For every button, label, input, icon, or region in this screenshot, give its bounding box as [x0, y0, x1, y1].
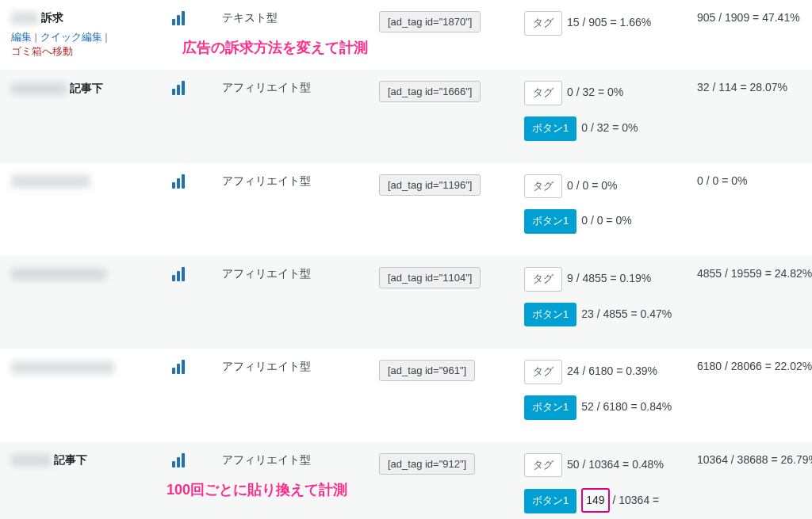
tag-chip[interactable]: タグ: [524, 453, 562, 478]
metric-value: 9 / 4855 = 0.19%: [567, 272, 651, 284]
ad-type: テキスト型: [222, 11, 373, 25]
metrics-cell: タグ0 / 32 = 0%ボタン10 / 32 = 0%: [524, 81, 691, 151]
shortcode-input[interactable]: [ad_tag id="1104"]: [379, 267, 481, 288]
stats-bars-icon[interactable]: [172, 267, 216, 284]
highlighted-count: 149: [581, 488, 609, 513]
shortcode-cell: [ad_tag id="1196"]: [379, 174, 518, 196]
quick-edit-link[interactable]: クイック編集: [40, 31, 102, 43]
title-cell[interactable]: [11, 267, 166, 280]
metric-value: 24 / 6180 = 0.39%: [567, 364, 657, 377]
button1-chip[interactable]: ボタン1: [524, 116, 576, 141]
redacted-title: [11, 361, 114, 374]
shortcode-cell: [ad_tag id="1870"]: [379, 11, 518, 32]
ad-type: アフィリエイト型: [222, 267, 373, 281]
edit-link[interactable]: 編集: [11, 31, 32, 43]
stats-summary: 4855 / 19559 = 24.82%: [697, 267, 812, 280]
title-suffix: 訴求: [41, 11, 63, 24]
button1-chip[interactable]: ボタン1: [524, 489, 576, 513]
shortcode-cell: [ad_tag id="912"]: [379, 453, 518, 475]
metric-value: 52 / 6180 = 0.84%: [581, 400, 672, 413]
stats-summary: 32 / 114 = 28.07%: [697, 81, 812, 93]
title-cell[interactable]: [11, 174, 166, 188]
shortcode-input[interactable]: [ad_tag id="912"]: [379, 453, 475, 475]
metric-value: 0 / 0 = 0%: [567, 179, 617, 192]
tag-chip[interactable]: タグ: [524, 360, 562, 384]
metric-value: 0 / 32 = 0%: [581, 121, 638, 134]
metric-value: 0 / 0 = 0%: [581, 214, 631, 227]
stats-summary: 10364 / 38688 = 26.79%: [697, 453, 812, 466]
redacted-title: [11, 454, 51, 467]
table-row: 記事下アフィリエイト型[ad_tag id="912"]タグ50 / 10364…: [0, 442, 812, 519]
metric-value: 23 / 4855 = 0.47%: [581, 307, 672, 320]
redacted-title: [11, 268, 106, 280]
redacted-title: [11, 12, 38, 25]
metric-value: 50 / 10364 = 0.48%: [567, 458, 664, 471]
title-cell[interactable]: 記事下: [11, 453, 166, 467]
metric-value: 0 / 32 = 0%: [567, 86, 623, 98]
row-actions: 編集 | クイック編集 | ゴミ箱へ移動: [11, 30, 166, 59]
table-row: アフィリエイト型[ad_tag id="1104"]タグ9 / 4855 = 0…: [0, 256, 812, 349]
metrics-cell: タグ24 / 6180 = 0.39%ボタン152 / 6180 = 0.84%: [524, 360, 691, 430]
trash-link[interactable]: ゴミ箱へ移動: [11, 45, 73, 57]
metrics-cell: タグ9 / 4855 = 0.19%ボタン123 / 4855 = 0.47%: [524, 267, 691, 338]
shortcode-input[interactable]: [ad_tag id="961"]: [379, 360, 475, 381]
shortcode-cell: [ad_tag id="1104"]: [379, 267, 518, 288]
button1-chip[interactable]: ボタン1: [524, 395, 576, 420]
metric-value: 15 / 905 = 1.66%: [567, 16, 651, 29]
shortcode-input[interactable]: [ad_tag id="1870"]: [379, 11, 481, 32]
stats-summary: 905 / 1909 = 47.41%: [697, 11, 812, 24]
title-cell[interactable]: [11, 360, 166, 373]
title-cell[interactable]: 訴求編集 | クイック編集 | ゴミ箱へ移動: [11, 11, 166, 59]
tag-chip[interactable]: タグ: [524, 267, 562, 292]
table-row: アフィリエイト型[ad_tag id="1196"]タグ0 / 0 = 0%ボタ…: [0, 163, 812, 256]
stats-bars-icon[interactable]: [172, 11, 216, 28]
table-row: 記事下アフィリエイト型[ad_tag id="1666"]タグ0 / 32 = …: [0, 70, 812, 162]
stats-summary: 0 / 0 = 0%: [697, 174, 812, 187]
stats-bars-icon[interactable]: [172, 174, 216, 191]
title-cell[interactable]: 記事下: [11, 81, 166, 95]
tag-chip[interactable]: タグ: [524, 81, 562, 105]
ad-type: アフィリエイト型: [222, 360, 373, 374]
shortcode-cell: [ad_tag id="1666"]: [379, 81, 518, 102]
ad-type: アフィリエイト型: [222, 174, 373, 189]
table-row: 訴求編集 | クイック編集 | ゴミ箱へ移動テキスト型[ad_tag id="1…: [0, 0, 812, 70]
shortcode-input[interactable]: [ad_tag id="1666"]: [379, 81, 481, 102]
table-row: アフィリエイト型[ad_tag id="961"]タグ24 / 6180 = 0…: [0, 349, 812, 441]
shortcode-input[interactable]: [ad_tag id="1196"]: [379, 174, 481, 196]
redacted-title: [11, 82, 67, 95]
ad-type: アフィリエイト型: [222, 453, 373, 467]
metrics-cell: タグ0 / 0 = 0%ボタン10 / 0 = 0%: [524, 174, 691, 245]
shortcode-cell: [ad_tag id="961"]: [379, 360, 518, 381]
stats-bars-icon[interactable]: [172, 81, 216, 97]
title-suffix: 記事下: [54, 453, 87, 466]
title-suffix: 記事下: [70, 82, 103, 94]
tag-chip[interactable]: タグ: [524, 11, 562, 36]
metrics-cell: タグ50 / 10364 = 0.48%ボタン1149 / 10364 = 1.…: [524, 453, 691, 519]
button1-chip[interactable]: ボタン1: [524, 209, 576, 234]
button1-chip[interactable]: ボタン1: [524, 303, 576, 327]
stats-bars-icon[interactable]: [172, 453, 216, 470]
metrics-cell: タグ15 / 905 = 1.66%: [524, 11, 691, 47]
stats-summary: 6180 / 28066 = 22.02%: [697, 360, 812, 372]
ad-type: アフィリエイト型: [222, 81, 373, 95]
redacted-title: [11, 175, 90, 188]
tag-chip[interactable]: タグ: [524, 174, 562, 199]
stats-bars-icon[interactable]: [172, 360, 216, 376]
